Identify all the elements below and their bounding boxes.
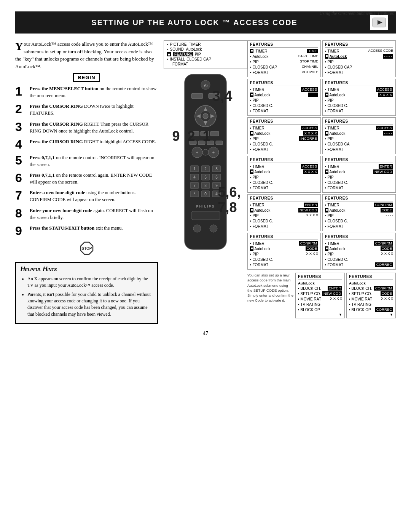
f10-row2: ■ AutoLock CODE <box>325 208 393 213</box>
br-row5: • BLOCK OP CORREC <box>349 307 393 312</box>
step-bold-8: Enter your new four-digit code <box>30 208 92 213</box>
step-content-3: Press the CURSOR RING RIGHT. Then press … <box>30 121 158 134</box>
f8-row4: • CLOSED C. <box>325 180 393 185</box>
f1-row4: • CLOSED CAP CHANNEL <box>250 65 318 70</box>
f3-row2: ■ AutoLock - - - - <box>250 93 318 97</box>
svg-rect-4 <box>185 74 226 249</box>
features-title-2: FEATURES <box>325 42 393 48</box>
svg-point-55 <box>210 225 217 232</box>
f7-row5: • FORMAT <box>250 185 318 190</box>
f5-row5: • FORMAT <box>250 147 318 152</box>
features-title-4: FEATURES <box>325 81 393 86</box>
f7-row4: • CLOSED C. <box>250 180 318 185</box>
f1-row5: • FORMAT ACTIVATE <box>250 70 318 75</box>
svg-text:2: 2 <box>204 167 207 171</box>
f4-row3: • PIP <box>325 98 393 103</box>
step-bold-3: Press the CURSOR RING <box>30 121 83 127</box>
svg-rect-21 <box>207 141 214 145</box>
f9-row5: • FORMAT <box>250 224 318 229</box>
f1-row2: • AutoLock START TIME <box>250 54 318 59</box>
f10-row1: • TIMER CONFIRM <box>325 203 393 208</box>
bl-row5: • BLOCK OP <box>298 307 342 312</box>
features-title-6: FEATURES <box>325 119 393 125</box>
features-panel-12: FEATURES • TIMER CONFIRM ■ AutoLock CODE… <box>322 233 396 270</box>
svg-rect-20 <box>198 141 205 145</box>
features-title-3: FEATURES <box>250 81 318 86</box>
begin-label: BEGIN <box>73 73 100 82</box>
f11-row1: • TIMER CONFIRM <box>250 241 318 246</box>
menu-row-format: FORMAT <box>167 62 244 66</box>
f10-row5: • FORMAT <box>325 224 393 229</box>
br-row3: • MOVIE RAT X X X X <box>349 297 393 302</box>
title-icon <box>370 15 388 30</box>
step-content-7: Enter a new four-digit code using the nu… <box>30 189 158 203</box>
page: Using the Onscreen Submenus: Features Se… <box>0 0 411 532</box>
f7-row2: ■ AutoLock X X X X <box>250 169 318 174</box>
f10-row3: • PIP - - - - <box>325 213 393 218</box>
main-menu-box: • PICTURE TIMER • SOUND AutoLock ■ FEATU… <box>164 40 247 69</box>
f4-row1: • TIMER ACCESS <box>325 87 393 92</box>
f11-row2: ■ AutoLock CODE <box>250 246 318 251</box>
step-8: 8 Enter your new four-digit code again. … <box>15 207 158 221</box>
intro-text: our AutoLock™ access code allows you to … <box>15 41 154 69</box>
hint-item-2: Parents, it isn't possible for your chil… <box>27 291 153 318</box>
left-column: Y our AutoLock™ access code allows you t… <box>15 40 164 324</box>
svg-text:⏻: ⏻ <box>204 84 207 88</box>
svg-text:3: 3 <box>215 167 218 171</box>
steps-list: 1 Press the MENU/SELECT button on the re… <box>15 85 158 237</box>
bottom-left-title: FEATURES <box>298 275 342 280</box>
f10-row4: • CLOSED C. <box>325 219 393 224</box>
features-panel-9: FEATURES • TIMER ENTER ■ AutoLock NEW CO… <box>247 194 321 231</box>
svg-rect-53 <box>191 211 220 220</box>
f12-row4: • CLOSED C. <box>325 257 393 262</box>
f5-row1: • TIMER ACCESS <box>250 126 318 131</box>
f12-row3: • PIP X X X X <box>325 252 393 257</box>
svg-text:7: 7 <box>193 184 196 188</box>
bottom-right-title: FEATURES <box>349 275 393 280</box>
step-bold-4: Press the CURSOR RING <box>30 139 83 144</box>
right-column: FEATURES ■ TIMER TIME • AutoLock START T… <box>247 40 396 324</box>
section-label: Using the Onscreen Submenus: Features <box>319 11 394 16</box>
svg-text:#: # <box>215 192 218 196</box>
f2-row3: • PIP <box>325 59 393 64</box>
f3-row5: • FORMAT <box>250 109 318 113</box>
middle-column: • PICTURE TIMER • SOUND AutoLock ■ FEATU… <box>164 40 247 324</box>
step-content-6: Press 0,7,1,1 on the remote control agai… <box>30 172 158 185</box>
f5-row4: • CLOSED C. <box>250 142 318 147</box>
features-row-3: FEATURES • TIMER ACCESS ■ AutoLock X X X… <box>247 117 396 154</box>
hint-item-1: An X appears on screen to confirm the re… <box>27 276 153 289</box>
page-title: Setting Up The Auto Lock ™ Access Code <box>23 18 366 27</box>
features-panel-11: FEATURES • TIMER CONFIRM ■ AutoLock CODE… <box>247 233 321 270</box>
f12-row2: ■ AutoLock CODE <box>325 246 393 251</box>
svg-rect-22 <box>216 141 223 145</box>
step-number-1: 1 <box>15 85 27 97</box>
step-number-8: 8 <box>15 207 27 219</box>
f8-row3: • PIP - - - - <box>325 175 393 180</box>
step-content-2: Press the CURSOR RING DOWN twice to high… <box>30 103 158 117</box>
svg-text:9: 9 <box>215 184 218 188</box>
step-9: 9 Press the STATUS/EXIT button exit the … <box>15 225 158 237</box>
svg-rect-18 <box>210 131 219 136</box>
bl-row2: • SETUP CO. NEW COD <box>298 291 342 296</box>
f3-row1: • TIMER ACCESS <box>250 87 318 92</box>
svg-text:5: 5 <box>204 175 207 179</box>
svg-rect-17 <box>201 131 209 136</box>
f2-row4: • CLOSED CAP <box>325 65 393 70</box>
step-bold-1: Press the MENU/SELECT button <box>30 86 98 91</box>
features-panel-6: FEATURES • TIMER ACCESS ■ AutoLock - - -… <box>322 117 396 154</box>
intro-paragraph: Y our AutoLock™ access code allows you t… <box>15 40 158 70</box>
step-text-4: RIGHT to highlight ACCESS CODE. <box>84 139 156 144</box>
features-title-11: FEATURES <box>250 235 318 240</box>
f6-row1: • TIMER ACCESS <box>325 126 393 131</box>
svg-text:4: 4 <box>193 175 196 179</box>
features-panel-7: FEATURES • TIMER ACCESS ■ AutoLock X X X… <box>247 156 321 193</box>
features-panel-8: FEATURES • TIMER ENTER ■ AutoLock NEW CO… <box>322 156 396 193</box>
step-content-9: Press the STATUS/EXIT button exit the me… <box>30 225 123 232</box>
svg-rect-16 <box>191 131 199 136</box>
f8-row1: • TIMER ENTER <box>325 164 393 169</box>
svg-rect-19 <box>190 141 196 145</box>
page-number: 47 <box>15 331 396 337</box>
menu-row-picture: • PICTURE TIMER <box>167 42 244 46</box>
features-panel-10: FEATURES • TIMER CONFIRM ■ AutoLock CODE… <box>322 194 396 231</box>
features-panel-3: FEATURES • TIMER ACCESS ■ AutoLock - - -… <box>247 79 321 116</box>
